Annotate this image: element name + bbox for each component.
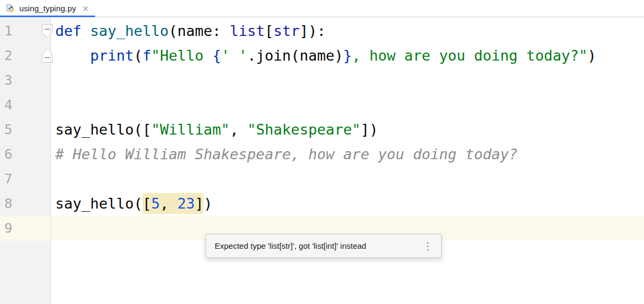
- code-line-text[interactable]: say_hello(["William", "Shakespeare"]): [50, 117, 644, 142]
- code-line-row: 7: [0, 167, 644, 191]
- code-line-row: 8say_hello([5, 23]): [0, 191, 644, 216]
- code-token: say_hello([: [55, 121, 151, 138]
- gutter-cell: 2: [0, 43, 50, 68]
- code-line-row: 1def say_hello(name: list[str]):: [0, 19, 644, 43]
- gutter-cell: 9: [0, 216, 50, 241]
- line-number: 2: [4, 43, 12, 68]
- code-lines: 1def say_hello(name: list[str]):2 print(…: [0, 17, 644, 241]
- code-token: list: [230, 23, 265, 39]
- code-token: ' ': [221, 47, 247, 64]
- code-token: 5: [151, 195, 160, 212]
- code-token: [55, 47, 90, 64]
- gutter-cell: 6: [0, 142, 50, 167]
- code-line-row: 3: [0, 68, 644, 93]
- code-token: say_hello: [90, 23, 169, 39]
- editor-tab-bar: using_typing.py ×: [0, 0, 644, 17]
- line-number: 3: [4, 68, 12, 93]
- code-token: "Shakespeare": [247, 121, 361, 138]
- code-token: # Hello William Shakespeare, how are you…: [55, 146, 518, 162]
- code-line-row: 6# Hello William Shakespeare, how are yo…: [0, 142, 644, 167]
- code-line-text[interactable]: # Hello William Shakespeare, how are you…: [50, 142, 644, 167]
- code-token: .join(name): [247, 47, 343, 64]
- line-number: 9: [4, 216, 12, 241]
- fold-start-icon[interactable]: [41, 24, 54, 39]
- code-token: {: [213, 47, 221, 64]
- tab-using-typing-py[interactable]: using_typing.py ×: [0, 0, 95, 17]
- gutter-cell: 3: [0, 68, 50, 93]
- line-number: 4: [4, 93, 12, 117]
- fold-end-icon[interactable]: [41, 48, 54, 63]
- code-token: "William": [151, 121, 230, 138]
- code-line-text[interactable]: [50, 68, 644, 93]
- code-editor: 1def say_hello(name: list[str]):2 print(…: [0, 17, 644, 304]
- code-token: ,: [160, 195, 178, 212]
- code-line-text[interactable]: def say_hello(name: list[str]):: [50, 19, 644, 43]
- code-line-row: 4: [0, 93, 644, 117]
- code-token: ,: [230, 121, 247, 138]
- line-number: 6: [4, 142, 12, 167]
- tooltip-message: Expected type 'list[str]', got 'list[int…: [215, 241, 366, 250]
- gutter-cell: 4: [0, 93, 50, 117]
- line-number: 7: [4, 167, 12, 191]
- code-line-row: 2 print(f"Hello {' '.join(name)}, how ar…: [0, 43, 644, 68]
- inspection-tooltip: Expected type 'list[str]', got 'list[int…: [206, 234, 442, 258]
- code-line-text[interactable]: [50, 93, 644, 117]
- line-number: 5: [4, 117, 12, 142]
- code-token: "Hello: [151, 47, 213, 64]
- code-token: f: [143, 47, 151, 64]
- gutter-cell: 1: [0, 19, 50, 43]
- gutter-divider: [50, 17, 51, 304]
- code-token: ]: [195, 195, 203, 212]
- warning-highlight: [5, 23]: [143, 193, 204, 214]
- code-token: , how are you doing today?": [352, 47, 588, 64]
- code-token: [: [265, 23, 273, 39]
- code-line-row: 5say_hello(["William", "Shakespeare"]): [0, 117, 644, 142]
- line-number: 1: [4, 19, 12, 43]
- ide-window: using_typing.py × 1def say_hello(name: l…: [0, 0, 644, 304]
- tooltip-more-actions-icon[interactable]: ⋮: [422, 241, 434, 251]
- gutter-cell: 7: [0, 167, 50, 191]
- code-line-text[interactable]: [50, 167, 644, 191]
- code-token: ): [203, 195, 212, 212]
- code-token: def: [55, 23, 90, 39]
- code-token: (: [134, 47, 142, 64]
- python-file-icon: [6, 4, 15, 13]
- code-token: ]): [361, 121, 378, 138]
- code-token: print: [90, 47, 134, 64]
- code-line-text[interactable]: say_hello([5, 23]): [50, 191, 644, 216]
- code-token: [: [143, 195, 151, 212]
- gutter-cell: 5: [0, 117, 50, 142]
- gutter-cell: 8: [0, 191, 50, 216]
- code-token: ]):: [299, 23, 326, 39]
- code-token: str: [273, 23, 299, 39]
- code-line-text[interactable]: print(f"Hello {' '.join(name)}, how are …: [50, 43, 644, 68]
- tab-label: using_typing.py: [19, 4, 76, 13]
- code-token: }: [343, 47, 352, 64]
- code-token: ): [588, 47, 596, 64]
- tab-close-icon[interactable]: ×: [83, 3, 89, 13]
- code-token: say_hello(: [55, 195, 143, 212]
- code-token: (name:: [169, 23, 230, 39]
- code-token: 23: [178, 195, 195, 212]
- line-number: 8: [4, 191, 12, 216]
